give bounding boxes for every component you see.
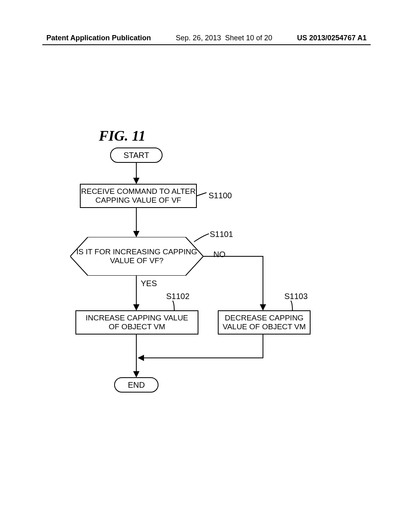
flow-connectors xyxy=(0,0,413,532)
